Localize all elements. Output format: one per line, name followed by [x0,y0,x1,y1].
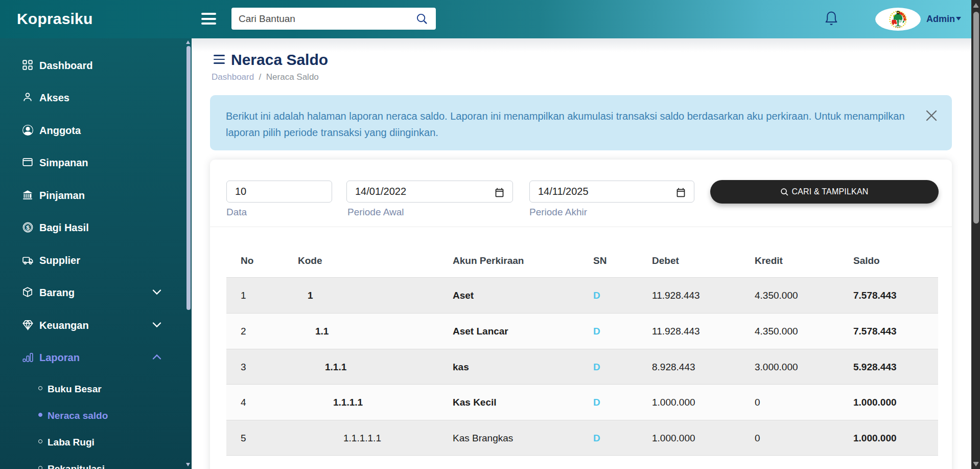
svg-text:$: $ [26,224,30,231]
